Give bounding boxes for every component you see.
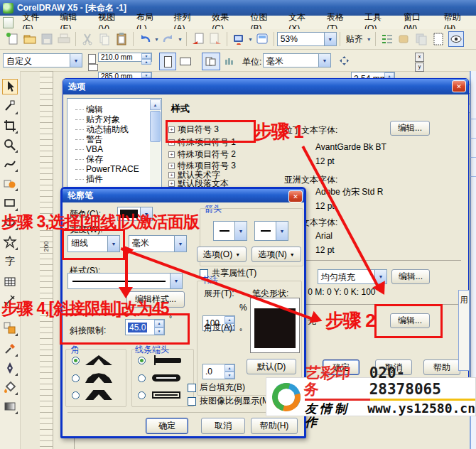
menu-edit[interactable]: 编辑(E) (54, 16, 92, 29)
print-icon[interactable] (57, 32, 71, 46)
export-office-icon[interactable] (397, 32, 411, 46)
edit-fill-button[interactable]: 编辑... (391, 269, 430, 284)
menu-table[interactable]: 表格(T) (320, 16, 358, 29)
spin-up-icon[interactable]: ▼ (141, 72, 151, 78)
menu-arrange[interactable]: 排列(A) (168, 16, 206, 29)
copy-icon[interactable] (97, 32, 112, 46)
paste-icon[interactable] (114, 32, 129, 46)
table-tool[interactable] (3, 275, 17, 289)
redo-dropdown-icon[interactable]: ▼ (178, 37, 183, 42)
portrait-button[interactable] (159, 53, 176, 70)
menu-help[interactable]: 帮助(H) (438, 16, 476, 29)
spin-up-icon[interactable]: ▲ (225, 364, 234, 372)
chevron-down-icon[interactable]: ▼ (70, 54, 82, 67)
cap-butt-radio[interactable] (138, 357, 146, 364)
polygon-tool[interactable] (3, 235, 17, 249)
fill-tool[interactable] (3, 380, 17, 394)
style-item-special2[interactable]: +特殊项目符号 2 (168, 148, 236, 161)
snap-dropdown-icon[interactable]: ▼ (367, 37, 372, 42)
expand-plus-icon[interactable]: + (168, 163, 175, 169)
tree-item-warnings[interactable]: 警告 (67, 134, 161, 144)
tree-item-save[interactable]: 保存 (67, 154, 161, 164)
tree-item-powertrace[interactable]: PowerTRACE (67, 164, 161, 174)
menu-view[interactable]: 视图(V) (92, 16, 130, 29)
scroll-up-icon[interactable]: ▲ (150, 99, 161, 110)
close-icon[interactable]: ✕ (452, 80, 466, 92)
crop-tool[interactable] (3, 119, 17, 133)
options-title-bar[interactable]: 选项 (63, 79, 468, 94)
open-icon[interactable] (23, 32, 37, 46)
chevron-down-icon[interactable]: ▼ (324, 33, 336, 45)
application-launcher-icon[interactable] (232, 32, 246, 46)
close-icon[interactable]: ✕ (288, 190, 303, 202)
edit-latin-font-button[interactable]: 编辑... (390, 121, 430, 136)
apply-button-fragment[interactable]: 用 (459, 295, 469, 305)
units-combo[interactable]: 毫米 ▼ (263, 53, 331, 67)
new-document-icon[interactable] (6, 32, 20, 46)
text-tool[interactable]: 字 (3, 255, 17, 269)
undo-dropdown-icon[interactable]: ▼ (154, 37, 159, 42)
corner-miter-row[interactable] (72, 355, 112, 365)
enhanced-view-eye-icon[interactable] (448, 31, 464, 47)
cap-butt-row[interactable] (138, 355, 183, 365)
save-icon[interactable] (40, 32, 54, 46)
landscape-button[interactable] (178, 55, 193, 67)
spin-up-icon[interactable]: ▼ (141, 53, 151, 59)
menu-window[interactable]: 窗口(W) (397, 16, 438, 29)
cap-square-radio[interactable] (138, 391, 146, 399)
spin-down-icon[interactable]: ▼ (225, 372, 234, 379)
outline-ok-button[interactable]: 确定 (146, 418, 188, 434)
rectangle-tool[interactable] (3, 196, 17, 210)
page-border-icon[interactable] (431, 32, 445, 46)
import-icon[interactable] (191, 32, 205, 46)
outline-help-button[interactable]: 帮助(H) (251, 418, 298, 434)
corner-miter-radio[interactable] (72, 357, 80, 364)
cap-square-row[interactable] (138, 390, 183, 400)
options-icon[interactable] (380, 32, 394, 46)
vertical-ruler[interactable] (40, 71, 53, 449)
corner-bevel-row[interactable] (72, 390, 112, 400)
behind-fill-checkbox[interactable] (188, 384, 196, 392)
behind-fill-row[interactable]: 后台填充(B) (188, 382, 245, 394)
start-arrow-combo[interactable]: ▼ (213, 221, 247, 241)
scrollbar-thumb[interactable] (150, 111, 161, 142)
tree-item-plugins[interactable]: 插件 (67, 174, 161, 184)
tree-item-dynamic-guides[interactable]: 动态辅助线 (67, 124, 161, 134)
snap-to-label[interactable]: 贴齐 (343, 33, 366, 45)
end-arrow-combo[interactable]: ▼ (254, 221, 288, 241)
all-pages-button[interactable] (202, 53, 220, 70)
eyedropper-tool[interactable] (3, 342, 17, 356)
smart-fill-tool[interactable] (3, 176, 17, 190)
expand-plus-icon[interactable]: + (168, 180, 175, 187)
outline-pen-title-bar[interactable]: 轮廓笔 (63, 189, 304, 202)
outline-pen-tool[interactable] (3, 361, 17, 375)
paper-width-field[interactable]: 210.0 mm▼▲ (98, 53, 152, 62)
cap-round-radio[interactable] (138, 374, 146, 382)
menu-text[interactable]: 文本(X) (282, 16, 320, 29)
corner-round-radio[interactable] (72, 374, 80, 382)
angle-field[interactable]: .0 ▲▼ (202, 364, 235, 379)
chevron-down-icon[interactable]: ▼ (170, 274, 182, 288)
corner-bevel-radio[interactable] (72, 391, 80, 399)
expand-plus-icon[interactable]: + (168, 151, 175, 158)
chevron-down-icon[interactable]: ▼ (234, 222, 247, 240)
width-units-combo[interactable]: 毫米 ▼ (129, 235, 187, 252)
chevron-down-icon[interactable]: ▼ (174, 236, 186, 251)
nib-default-button[interactable]: 默认(D) (247, 359, 296, 374)
page-preset-combo[interactable]: 自定义 ▼ (3, 53, 82, 67)
redo-icon[interactable] (161, 32, 175, 46)
interactive-fill-tool[interactable] (3, 399, 17, 413)
tree-item-vba[interactable]: VBA (67, 144, 161, 154)
cap-round-row[interactable] (138, 373, 183, 383)
blend-tool[interactable] (3, 321, 17, 335)
arrow-options-o-button[interactable]: 选项(O)▼ (197, 247, 247, 262)
freehand-tool[interactable] (3, 157, 17, 171)
outline-cancel-button[interactable]: 取消 (201, 418, 245, 434)
scale-with-image-checkbox[interactable] (188, 397, 196, 406)
menu-tools[interactable]: 工具(O) (358, 16, 397, 29)
zoom-level-combo[interactable]: 53% ▼ (277, 32, 337, 46)
pick-tool[interactable] (2, 79, 18, 94)
welcome-screen-icon[interactable] (255, 32, 269, 46)
spin-down-icon[interactable]: ▲ (141, 59, 151, 65)
menu-effects[interactable]: 效果(C) (205, 16, 244, 29)
